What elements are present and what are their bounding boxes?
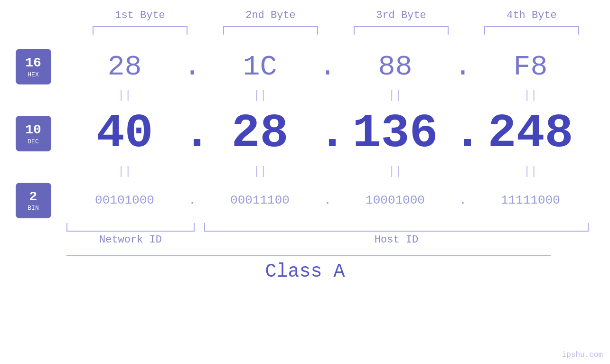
hex-dot3: . — [453, 51, 472, 83]
equals-row1: || || || || — [0, 85, 610, 107]
hex-val4-group: F8 — [472, 51, 589, 83]
byte3-header: 3rd Byte — [349, 9, 453, 21]
bin-val1: 00101000 — [95, 193, 154, 207]
dec-dot3: . — [453, 107, 472, 160]
dec-badge-label: DEC — [28, 138, 38, 145]
dec-row: 10 DEC 40 . 28 . 136 . 248 — [0, 107, 610, 160]
equals-row2: || || || || — [0, 161, 610, 183]
eq2-1: || — [73, 161, 177, 183]
hex-val2: 1C — [243, 51, 277, 83]
eq1-3: || — [343, 85, 448, 107]
bin-values-row: 00101000 . 00011100 . 10001000 . 1111100… — [66, 193, 589, 207]
bracket-byte3 — [354, 26, 449, 35]
hex-val2-group: 1C — [202, 51, 318, 83]
eq1-2: || — [208, 85, 312, 107]
bin-badge-label: BIN — [28, 205, 38, 212]
bin-val3: 10001000 — [366, 193, 425, 207]
hex-val4: F8 — [513, 51, 547, 83]
bin-val1-group: 00101000 — [66, 193, 183, 207]
dec-val4: 248 — [488, 107, 573, 160]
eq2-4: || — [479, 161, 583, 183]
watermark: ipshu.com — [562, 351, 603, 359]
eq2-3: || — [343, 161, 448, 183]
bin-dot1: . — [183, 193, 202, 207]
hex-badge-spacer: 16 HEX — [0, 49, 66, 84]
top-brackets — [75, 26, 597, 35]
bracket-byte1 — [93, 26, 188, 35]
dec-val2: 28 — [231, 107, 288, 160]
dec-val3: 136 — [352, 107, 438, 160]
bin-val2-group: 00011100 — [202, 193, 318, 207]
eq1-4: || — [479, 85, 583, 107]
dec-dot2: . — [318, 107, 337, 160]
bin-val3-group: 10001000 — [337, 193, 453, 207]
hex-badge: 16 HEX — [16, 49, 51, 84]
byte4-header: 4th Byte — [479, 9, 584, 21]
bin-val4: 11111000 — [501, 193, 560, 207]
bottom-brackets — [66, 223, 589, 232]
host-bracket — [204, 223, 589, 232]
bin-badge-spacer: 2 BIN — [0, 183, 66, 218]
dec-val4-group: 248 — [472, 107, 589, 160]
hex-values-row: 28 . 1C . 88 . F8 — [66, 51, 589, 83]
hex-row: 16 HEX 28 . 1C . 88 . F8 — [0, 49, 610, 84]
hex-badge-number: 16 — [25, 55, 41, 71]
hex-dot2: . — [318, 51, 337, 83]
dec-badge-number: 10 — [25, 122, 41, 138]
dec-val1-group: 40 — [66, 107, 183, 160]
byte1-header: 1st Byte — [88, 9, 192, 21]
network-id-label: Network ID — [66, 234, 195, 246]
dec-badge-spacer: 10 DEC — [0, 116, 66, 151]
bin-val2: 00011100 — [230, 193, 290, 207]
bin-row: 2 BIN 00101000 . 00011100 . 10001000 . 1… — [0, 183, 610, 218]
byte-headers: 1st Byte 2nd Byte 3rd Byte 4th Byte — [75, 9, 597, 21]
bottom-area: Network ID Host ID — [0, 223, 610, 246]
network-bracket — [66, 223, 195, 232]
class-bracket-line — [66, 255, 551, 256]
bin-badge: 2 BIN — [16, 183, 51, 218]
host-id-label: Host ID — [204, 234, 589, 246]
bin-val4-group: 11111000 — [472, 193, 589, 207]
dec-badge: 10 DEC — [16, 116, 51, 151]
hex-val1-group: 28 — [66, 51, 183, 83]
hex-dot1: . — [183, 51, 202, 83]
bin-dot3: . — [453, 193, 472, 207]
dec-val2-group: 28 — [202, 107, 318, 160]
dec-values-row: 40 . 28 . 136 . 248 — [66, 107, 589, 160]
byte2-header: 2nd Byte — [218, 9, 323, 21]
main-container: 1st Byte 2nd Byte 3rd Byte 4th Byte 16 H… — [0, 0, 610, 364]
class-row: Class A — [0, 255, 610, 282]
bin-badge-number: 2 — [29, 189, 38, 205]
eq1-1: || — [73, 85, 177, 107]
class-label: Class A — [0, 261, 610, 282]
hex-val3-group: 88 — [337, 51, 453, 83]
labels-row: Network ID Host ID — [66, 234, 589, 246]
hex-val3: 88 — [378, 51, 412, 83]
bracket-byte2 — [223, 26, 318, 35]
hex-badge-label: HEX — [28, 71, 38, 78]
hex-val1: 28 — [107, 51, 141, 83]
bin-dot2: . — [318, 193, 337, 207]
dec-val3-group: 136 — [337, 107, 453, 160]
eq2-2: || — [208, 161, 312, 183]
dec-val1: 40 — [96, 107, 153, 160]
bracket-byte4 — [484, 26, 579, 35]
dec-dot1: . — [183, 107, 202, 160]
